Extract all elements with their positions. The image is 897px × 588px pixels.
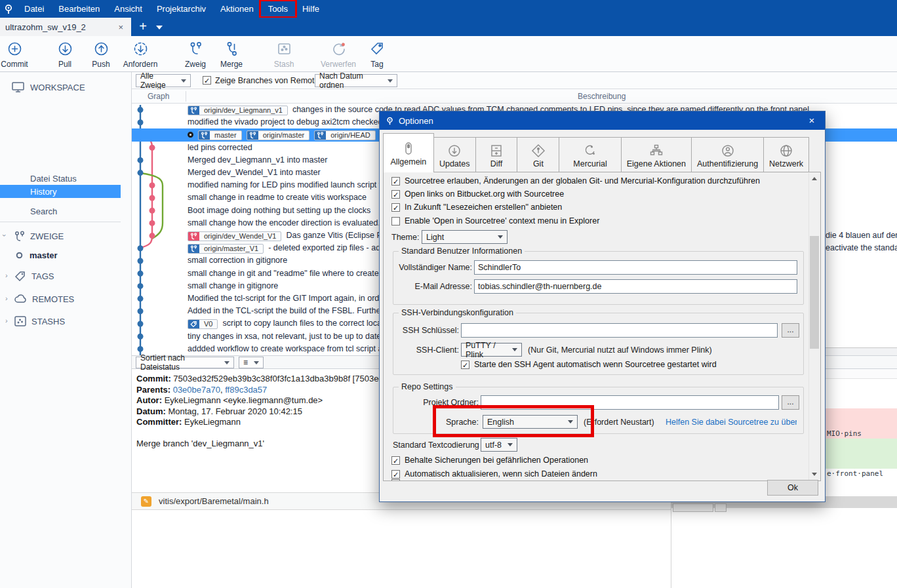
translate-link[interactable]: Helfen Sie dabei Sourcetree zu übers <box>666 418 797 427</box>
menu-bearbeiten[interactable]: Bearbeiten <box>51 1 107 16</box>
ssh-client-combo[interactable]: PuTTY / Plink <box>461 343 522 357</box>
ssh-client-label: SSH-Client: <box>399 345 459 355</box>
commit-message-text: small change how the encoder direction i… <box>188 218 380 227</box>
dialog-tab-allgemein[interactable]: Allgemein <box>383 133 434 172</box>
context-menu-checkbox[interactable]: Enable 'Open in Sourcetree' context menu… <box>391 216 599 225</box>
description-column-header[interactable]: Beschreibung <box>578 92 626 101</box>
menu-ansicht[interactable]: Ansicht <box>107 1 150 16</box>
diff-toolbar-fragment[interactable] <box>715 503 727 512</box>
column-divider[interactable] <box>186 91 186 102</box>
anfordern-button[interactable]: Anfordern <box>120 38 161 71</box>
ssh-key-field[interactable] <box>461 323 778 338</box>
dialog-tab-netzwerk[interactable]: Netzwerk <box>764 137 809 172</box>
network-icon <box>779 144 793 158</box>
branch-filter-combo[interactable]: Alle Zweige <box>136 74 191 87</box>
scroll-up-icon[interactable] <box>812 177 817 180</box>
dialog-tab-updates[interactable]: Updates <box>434 137 476 172</box>
parent-link[interactable]: 03e0be7a70 <box>173 385 220 395</box>
close-icon[interactable]: × <box>799 111 825 130</box>
keep-backups-checkbox[interactable]: Behalte Sicherungen bei gefährlichen Ope… <box>391 456 588 465</box>
menu-hilfe[interactable]: Hilfe <box>295 1 327 16</box>
menu-datei[interactable]: Datei <box>17 1 51 16</box>
fetch-icon <box>120 38 161 59</box>
open-links-checkbox[interactable]: Open links on Bitbucket.org with Sourcet… <box>391 189 564 199</box>
view-mode-combo[interactable]: ≡ <box>239 357 264 368</box>
toolbar-button-label: Zweig <box>179 60 212 69</box>
badge-label: origin/dev_Liegmann_v1 <box>199 106 287 115</box>
email-field[interactable]: tobias.schindler@th-nuernberg.de <box>474 279 797 294</box>
chevron-right-icon[interactable]: › <box>5 317 8 324</box>
sort-by-combo[interactable]: Sortiert nach Dateistatus <box>136 357 234 368</box>
branch-icon <box>247 131 258 140</box>
tab-close-icon[interactable]: × <box>115 22 126 32</box>
sidebar-item-history[interactable]: History <box>0 185 121 198</box>
tab-list-caret-icon[interactable] <box>156 26 163 29</box>
ok-button[interactable]: Ok <box>767 480 818 496</box>
encoding-combo[interactable]: utf-8 <box>481 438 517 452</box>
dialog-tab-diff[interactable]: Diff <box>476 137 518 172</box>
chevron-right-icon[interactable]: › <box>5 271 8 279</box>
allow-config-checkbox[interactable]: Sourcetree erlauben, Änderungen an der g… <box>391 176 760 186</box>
dialog-tab-label: Mercurial <box>559 159 620 168</box>
new-tab-button[interactable]: + <box>135 19 151 34</box>
pull-icon <box>50 38 80 59</box>
sidebar-item-search[interactable]: Search <box>0 205 121 218</box>
merge-button[interactable]: Merge <box>214 38 249 71</box>
dialog-tab-authentifizierung[interactable]: Authentifizierung <box>692 137 764 172</box>
git-icon <box>531 144 546 158</box>
show-remote-branches-checkbox[interactable] <box>203 76 211 85</box>
commit-message-text: modified the vivado project to debug axi… <box>188 117 382 127</box>
annotation-red-box-language <box>433 405 594 437</box>
dialog-scrollbar[interactable] <box>808 173 820 480</box>
dialog-tab-eigene-aktionen[interactable]: Eigene Aktionen <box>622 137 692 172</box>
graph-column-header[interactable]: Graph <box>148 92 169 101</box>
sidebar-section-tags[interactable]: › TAGS <box>0 269 121 283</box>
toolbar: CommitPullPushAnfordernZweigMergeStashVe… <box>0 36 897 72</box>
restart-note: (Erfordert Neustart) <box>584 418 654 427</box>
order-combo[interactable]: Nach Datum ordnen <box>315 74 397 87</box>
tab-bar: ultrazohm_sw_v19_2 × + <box>0 18 897 36</box>
toolbar-button-label: Merge <box>214 60 249 69</box>
sidebar-branch-master[interactable]: master <box>0 248 121 262</box>
branch-icon <box>188 232 199 241</box>
theme-combo[interactable]: Light <box>422 230 508 244</box>
zweig-button[interactable]: Zweig <box>179 38 212 71</box>
ssh-key-browse-button[interactable]: ... <box>782 323 799 338</box>
sidebar-section-stashs[interactable]: › STASHS <box>0 315 121 328</box>
ssh-agent-checkbox[interactable]: Starte den SSH Agent automatisch wenn So… <box>461 360 717 369</box>
menu-tools[interactable]: Tools <box>261 1 295 16</box>
toolbar-button-label: Stash <box>268 60 300 69</box>
tag-button[interactable]: Tag <box>365 38 389 71</box>
scroll-down-icon[interactable] <box>812 473 817 476</box>
user-info-group: Standard Benutzer Informationen Vollstän… <box>393 251 804 305</box>
repo-tab[interactable]: ultrazohm_sw_v19_2 × <box>0 18 131 36</box>
auth-icon <box>721 144 735 158</box>
menu-aktionen[interactable]: Aktionen <box>213 1 261 16</box>
project-folder-browse-button[interactable]: ... <box>782 395 799 410</box>
commit-button[interactable]: Commit <box>0 38 30 71</box>
commit-message-text: Merged dev_Liegmann_v1 into master <box>188 155 327 165</box>
dialog-tab-git[interactable]: Git <box>517 137 559 172</box>
pull-button[interactable]: Pull <box>50 38 80 71</box>
menu-projektarchiv[interactable]: Projektarchiv <box>150 1 213 16</box>
toolbar-button-label: Tag <box>365 60 389 69</box>
dialog-tab-mercurial[interactable]: Mercurial <box>559 137 621 172</box>
partial-checkbox[interactable] <box>391 479 400 481</box>
full-name-field[interactable]: SchindlerTo <box>474 260 797 275</box>
sidebar-section-remotes[interactable]: › REMOTES <box>0 292 121 305</box>
branch-badge: origin/dev_Wendel_V1 <box>188 231 281 241</box>
email-label: E-Mail Adresse: <box>399 282 472 291</box>
badge-label: master <box>210 131 241 140</box>
auto-refresh-checkbox[interactable]: Automatisch aktualisieren, wenn sich Dat… <box>391 469 597 479</box>
chevron-down-icon[interactable]: › <box>1 234 9 237</box>
parent-link[interactable]: ff89c3da57 <box>225 385 267 395</box>
scrollbar-thumb[interactable] <box>810 236 819 349</box>
diff-toolbar-fragment[interactable] <box>673 503 713 512</box>
commit-message-text: Das ganze Vitis (Eclipse Pro <box>286 231 389 240</box>
sidebar-item-datei-status[interactable]: Datei Status <box>0 172 121 185</box>
history-filter-bar: Alle Zweige Zeige Branches von Remote Na… <box>132 72 897 89</box>
sidebar-section-zweige[interactable]: › ZWEIGE <box>0 229 121 243</box>
chevron-right-icon[interactable]: › <box>5 294 8 302</box>
bookmark-checkbox[interactable]: In Zukunft "Lesezeichen erstellen" anbie… <box>391 203 562 212</box>
push-button[interactable]: Push <box>86 38 116 71</box>
